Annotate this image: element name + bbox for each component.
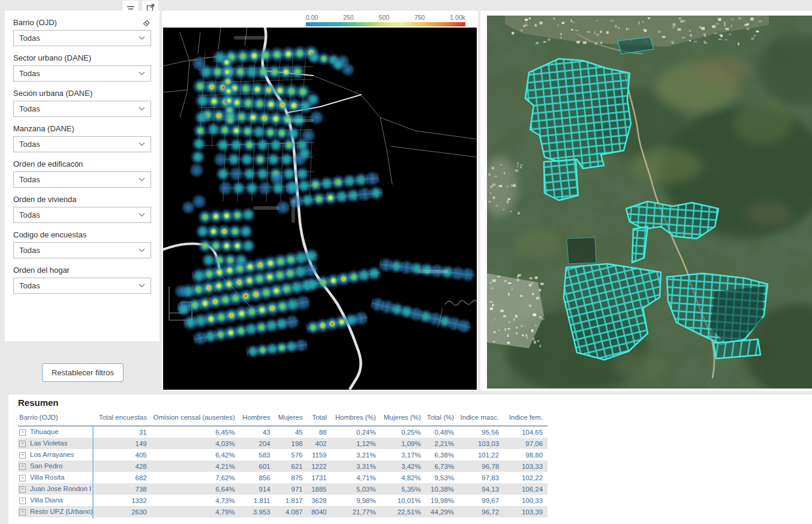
cell: 95,56: [459, 426, 504, 438]
filter-value: Todas: [19, 246, 40, 255]
column-header[interactable]: Indice fem.: [504, 411, 548, 426]
filter-label: Sector urbano (DANE): [13, 53, 91, 62]
heat-density-map[interactable]: 1000 piés 250 m © 2024 Microsoft Corpora…: [163, 28, 477, 390]
filter-label: Seción urbana (DANE): [13, 89, 92, 98]
cell: 5,03%: [332, 483, 381, 495]
chevron-down-icon: [139, 71, 145, 76]
expand-row-icon[interactable]: +: [19, 498, 26, 504]
satellite-map[interactable]: + − 300 m 1000 ft Leaflet | Icon Map: [487, 16, 812, 389]
filter-dropdown[interactable]: Todas: [13, 242, 151, 258]
cell: 6,45%: [152, 426, 240, 438]
chevron-down-icon: [139, 248, 145, 252]
cell: 601: [240, 460, 275, 472]
filter-group: Seción urbana (DANE)Todas: [13, 82, 151, 117]
filter-value: Todas: [19, 281, 40, 290]
filter-group: Orden de viviendaTodas: [13, 188, 151, 223]
chevron-down-icon: [139, 284, 145, 288]
table-row[interactable]: +Tihuaque316,45%4345880,24%0,25%0,48%95,…: [18, 426, 548, 438]
chevron-down-icon: [139, 36, 145, 40]
cell: 4,79%: [152, 506, 240, 517]
cell: 428: [98, 460, 152, 472]
column-header[interactable]: Total encuestas: [98, 411, 152, 426]
cell: 5,35%: [381, 483, 426, 495]
row-name: Juan Jose Rondon I: [30, 485, 91, 492]
cell: 2,21%: [426, 438, 459, 449]
column-header[interactable]: Indice masc.: [459, 411, 504, 426]
filter-dropdown[interactable]: Todas: [13, 30, 151, 46]
table-row[interactable]: +San Pedro4284,21%60162112223,31%3,42%6,…: [18, 460, 548, 472]
expand-row-icon[interactable]: +: [19, 509, 26, 516]
table-row[interactable]: +Las Violetas1494,03%2041984021,12%1,09%…: [18, 438, 548, 449]
cell: 21,77%: [332, 506, 381, 517]
cell: 0,25%: [381, 426, 426, 438]
filters-panel: Barrio (OJD)TodasSector urbano (DANE)Tod…: [5, 11, 160, 341]
expand-row-icon[interactable]: +: [19, 441, 26, 447]
filter-dropdown[interactable]: Todas: [13, 101, 151, 117]
cell: 402: [308, 438, 332, 449]
row-name: San Pedro: [30, 462, 62, 469]
expand-row-icon[interactable]: +: [19, 486, 26, 493]
legend-tick: 500: [379, 14, 390, 21]
eraser-icon[interactable]: [142, 18, 151, 27]
cell: 149: [98, 438, 152, 449]
cell: 1,09%: [381, 438, 426, 449]
cell: 0,48%: [426, 426, 459, 438]
cell: 99,67: [459, 495, 504, 506]
filter-dropdown[interactable]: Todas: [13, 136, 151, 152]
table-row[interactable]: +Los Arrayanes4056,42%58357611593,21%3,1…: [18, 449, 548, 460]
table-row[interactable]: +Villa Rosita6827,62%85687517314,71%4,82…: [18, 472, 548, 483]
filter-dropdown[interactable]: Todas: [13, 171, 151, 188]
cell: 3,17%: [381, 449, 426, 460]
filter-dropdown[interactable]: Todas: [13, 207, 151, 223]
expand-row-icon[interactable]: +: [19, 452, 26, 459]
cell: 4,03%: [152, 438, 240, 449]
column-header[interactable]: Total (%): [426, 411, 459, 426]
legend-tick: 1.00k: [450, 14, 465, 21]
cell: 96,72: [459, 506, 504, 517]
table-row[interactable]: +Juan Jose Rondon I7386,64%91497118855,0…: [18, 483, 548, 495]
column-header[interactable]: Mujeres (%): [381, 411, 426, 426]
filter-group: Manzana (DANE)Todas: [13, 117, 151, 152]
filter-group: Orden de edificacónTodas: [13, 152, 151, 188]
expand-row-icon[interactable]: +: [19, 463, 26, 470]
row-name: Las Violetas: [30, 439, 67, 447]
column-header[interactable]: Omision censal (ausentes): [152, 411, 240, 426]
filter-group: Barrio (OJD)Todas: [13, 11, 151, 46]
table-row[interactable]: +Resto UPZ (Urbano)26304,79%3.9534.08780…: [18, 506, 548, 517]
column-header[interactable]: Barrio (OJD): [18, 411, 98, 426]
expand-row-icon[interactable]: +: [19, 429, 26, 436]
filter-dropdown[interactable]: Todas: [13, 278, 151, 294]
chevron-down-icon: [139, 142, 145, 146]
cell: 875: [275, 472, 308, 483]
cell: 96,78: [459, 460, 504, 472]
cell: 914: [240, 483, 275, 495]
filter-value: Todas: [19, 175, 40, 184]
cell: 1332: [98, 495, 152, 506]
column-header[interactable]: Total: [308, 411, 332, 426]
cell: 1159: [308, 449, 332, 460]
row-name: Tihuaque: [30, 428, 59, 435]
row-name: Villa Diana: [30, 496, 63, 504]
summary-title: Resumen: [18, 397, 59, 408]
column-header[interactable]: Hombres: [240, 411, 275, 426]
column-header[interactable]: Hombres (%): [332, 411, 381, 426]
cell: 1.817: [275, 495, 308, 506]
cell: 2630: [98, 506, 152, 517]
filter-value: Todas: [19, 104, 40, 113]
cell: 10,38%: [426, 483, 459, 495]
filter-label: Orden de vivienda: [13, 195, 77, 204]
table-row[interactable]: +Villa Diana13324,73%1.8111.81736289,98%…: [18, 495, 548, 506]
cell: 3,42%: [381, 460, 426, 472]
reset-filters-button[interactable]: Restablecer filtros: [42, 363, 124, 382]
cell: 3,31%: [332, 460, 381, 472]
cell: 1222: [308, 460, 332, 472]
cell: 43: [240, 426, 275, 438]
cell: 19,98%: [426, 495, 459, 506]
cell: 94,13: [459, 483, 504, 495]
filter-dropdown[interactable]: Todas: [13, 65, 151, 82]
expand-row-icon[interactable]: +: [19, 475, 26, 481]
satellite-visual: + − 300 m 1000 ft Leaflet | Icon Map: [480, 11, 812, 391]
filter-value: Todas: [19, 69, 40, 78]
row-name: Resto UPZ (Urbano): [30, 508, 93, 515]
column-header[interactable]: Mujeres: [275, 411, 308, 426]
